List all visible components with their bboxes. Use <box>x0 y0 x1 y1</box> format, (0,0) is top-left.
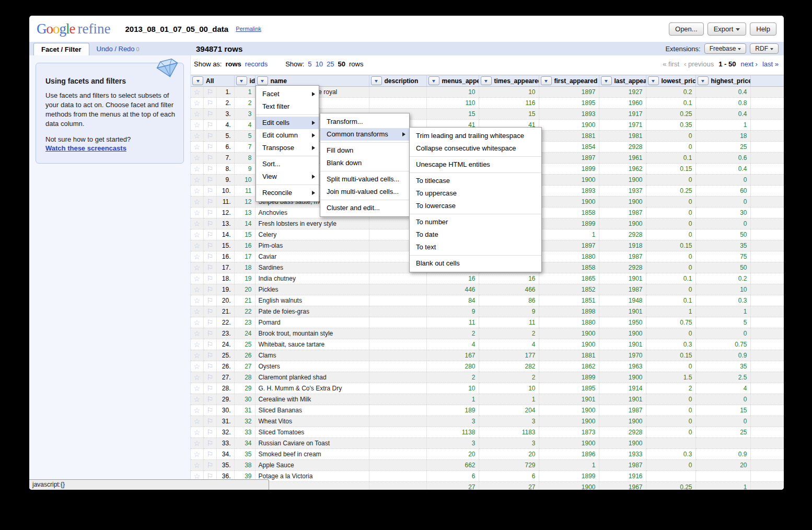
export-button[interactable]: Export <box>707 22 747 36</box>
value-cell[interactable]: 0 <box>646 175 695 186</box>
flag-icon[interactable]: ⚐ <box>203 164 216 175</box>
flag-icon[interactable]: ⚐ <box>203 251 216 262</box>
value-cell[interactable]: 1987 <box>599 284 646 295</box>
value-cell[interactable]: 27 <box>479 482 539 490</box>
name-cell[interactable]: Fresh lobsters in every style <box>255 218 369 229</box>
menu-item-blank-down[interactable]: Blank down <box>320 157 409 169</box>
star-icon[interactable]: ☆ <box>191 186 203 197</box>
value-cell[interactable]: 1862 <box>539 361 599 372</box>
id-cell[interactable]: 32 <box>234 416 255 427</box>
value-cell[interactable]: 1900 <box>599 416 646 427</box>
value-cell[interactable]: 1 <box>539 229 599 240</box>
flag-icon[interactable]: ⚐ <box>203 120 216 131</box>
value-cell[interactable]: 0 <box>646 251 695 262</box>
menu-item-transpose[interactable]: Transpose <box>256 142 319 154</box>
value-cell[interactable] <box>695 438 750 449</box>
column-dropdown-button[interactable] <box>481 76 492 85</box>
value-cell[interactable]: 0 <box>646 361 695 372</box>
value-cell[interactable]: 1852 <box>539 284 599 295</box>
name-cell[interactable]: Sliced Bananas <box>255 405 369 416</box>
name-cell[interactable]: India chutney <box>255 273 369 284</box>
value-cell[interactable]: 0.1 <box>646 295 695 306</box>
star-icon[interactable]: ☆ <box>191 405 203 416</box>
id-cell[interactable]: 9 <box>234 164 255 175</box>
value-cell[interactable]: 0.1 <box>646 153 695 164</box>
star-icon[interactable]: ☆ <box>191 416 203 427</box>
value-cell[interactable]: 3 <box>426 416 479 427</box>
value-cell[interactable]: 0.1 <box>646 273 695 284</box>
value-cell[interactable]: 0 <box>646 131 695 142</box>
description-cell[interactable] <box>369 306 426 317</box>
description-cell[interactable] <box>369 372 426 383</box>
menu-item-edit-column[interactable]: Edit column <box>256 129 319 142</box>
flag-icon[interactable]: ⚐ <box>203 153 216 164</box>
value-cell[interactable]: 3 <box>479 416 539 427</box>
name-cell[interactable]: Oysters <box>255 361 369 372</box>
value-cell[interactable]: 1900 <box>539 339 599 350</box>
value-cell[interactable]: 2 <box>479 328 539 339</box>
flag-icon[interactable]: ⚐ <box>203 240 216 251</box>
value-cell[interactable]: 1873 <box>539 427 599 438</box>
value-cell[interactable]: 1937 <box>599 186 646 197</box>
star-icon[interactable]: ☆ <box>191 251 203 262</box>
value-cell[interactable]: 1900 <box>539 416 599 427</box>
value-cell[interactable]: 1900 <box>599 372 646 383</box>
value-cell[interactable]: 0.15 <box>646 164 695 175</box>
value-cell[interactable]: 20 <box>479 449 539 460</box>
value-cell[interactable]: 1899 <box>539 372 599 383</box>
column-dropdown-button[interactable] <box>601 76 612 85</box>
value-cell[interactable]: 0 <box>646 405 695 416</box>
value-cell[interactable]: 0.9 <box>695 350 750 361</box>
flag-icon[interactable]: ⚐ <box>203 328 216 339</box>
value-cell[interactable] <box>646 471 695 482</box>
value-cell[interactable]: 1917 <box>599 109 646 120</box>
star-icon[interactable]: ☆ <box>191 87 203 98</box>
value-cell[interactable]: 0.1 <box>646 98 695 109</box>
star-icon[interactable]: ☆ <box>191 317 203 328</box>
value-cell[interactable]: 35 <box>695 240 750 251</box>
value-cell[interactable]: 1880 <box>539 251 599 262</box>
menu-item-reconcile[interactable]: Reconcile <box>256 187 319 199</box>
value-cell[interactable]: 1981 <box>599 131 646 142</box>
value-cell[interactable]: 1854 <box>539 142 599 153</box>
value-cell[interactable]: 1963 <box>599 361 646 372</box>
column-dropdown-button[interactable] <box>648 76 659 85</box>
value-cell[interactable]: 204 <box>479 405 539 416</box>
flag-icon[interactable]: ⚐ <box>203 273 216 284</box>
value-cell[interactable]: 1 <box>479 394 539 405</box>
id-cell[interactable]: 28 <box>234 372 255 383</box>
value-cell[interactable]: 3 <box>479 438 539 449</box>
value-cell[interactable]: 3 <box>426 438 479 449</box>
column-dropdown-button[interactable] <box>541 76 552 85</box>
value-cell[interactable]: 1962 <box>599 164 646 175</box>
flag-icon[interactable]: ⚐ <box>203 438 216 449</box>
star-icon[interactable]: ☆ <box>191 295 203 306</box>
value-cell[interactable]: 86 <box>479 295 539 306</box>
id-cell[interactable]: 25 <box>234 339 255 350</box>
value-cell[interactable]: 25 <box>695 427 750 438</box>
flag-icon[interactable]: ⚐ <box>203 208 216 218</box>
value-cell[interactable]: 15 <box>426 109 479 120</box>
value-cell[interactable]: 1900 <box>599 328 646 339</box>
menu-item-fill-down[interactable]: Fill down <box>320 144 409 157</box>
flag-icon[interactable]: ⚐ <box>203 317 216 328</box>
star-icon[interactable]: ☆ <box>191 361 203 372</box>
id-cell[interactable]: 33 <box>234 427 255 438</box>
value-cell[interactable]: 1895 <box>539 383 599 394</box>
description-cell[interactable] <box>369 427 426 438</box>
pagination-next[interactable]: next › <box>740 60 758 68</box>
name-cell[interactable]: English walnuts <box>255 295 369 306</box>
description-cell[interactable] <box>369 339 426 350</box>
value-cell[interactable]: 1967 <box>599 482 646 490</box>
flag-icon[interactable]: ⚐ <box>203 284 216 295</box>
help-button[interactable]: Help <box>750 22 776 36</box>
value-cell[interactable]: 1987 <box>599 251 646 262</box>
value-cell[interactable]: 0 <box>646 394 695 405</box>
value-cell[interactable]: 1900 <box>599 197 646 208</box>
flag-icon[interactable]: ⚐ <box>203 383 216 394</box>
value-cell[interactable]: 1881 <box>539 350 599 361</box>
value-cell[interactable]: 1898 <box>539 306 599 317</box>
value-cell[interactable]: 0.3 <box>646 449 695 460</box>
tab-undo-redo[interactable]: Undo / Redo0 <box>89 43 147 55</box>
value-cell[interactable]: 0 <box>646 208 695 218</box>
